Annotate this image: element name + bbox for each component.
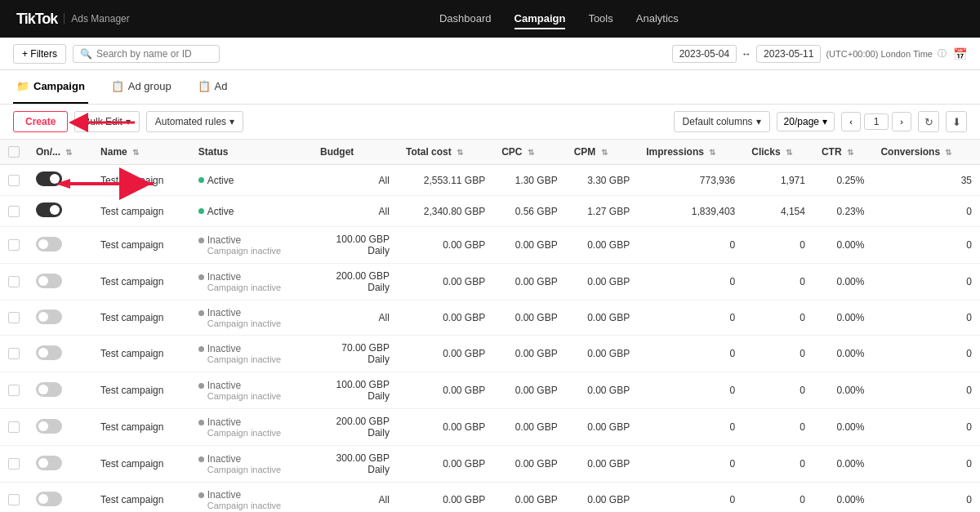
- toggle-2[interactable]: [36, 237, 62, 252]
- th-select-all[interactable]: [0, 140, 28, 165]
- cell-total-cost-6: 0.00 GBP: [398, 372, 493, 409]
- toggle-5[interactable]: [36, 345, 62, 360]
- per-page-label: 20/page: [784, 116, 819, 127]
- cell-checkbox-4[interactable]: [0, 301, 28, 336]
- cell-toggle-7[interactable]: [28, 409, 92, 446]
- cell-impressions-8: 0: [638, 446, 743, 483]
- th-on-off[interactable]: On/... ⇅: [28, 140, 92, 165]
- cell-toggle-8[interactable]: [28, 446, 92, 483]
- cell-impressions-5: 0: [638, 336, 743, 372]
- cell-toggle-9[interactable]: [28, 483, 92, 513]
- cell-ctr-5: 0.00%: [813, 336, 873, 372]
- search-box[interactable]: 🔍: [73, 45, 220, 63]
- search-input[interactable]: [96, 48, 212, 60]
- cell-checkbox-0[interactable]: [0, 165, 28, 196]
- cell-checkbox-6[interactable]: [0, 372, 28, 409]
- nav-dashboard[interactable]: Dashboard: [439, 9, 492, 29]
- cell-conversions-2: 0: [872, 227, 980, 264]
- ad-tab-icon: 📋: [198, 80, 211, 92]
- toggle-1[interactable]: [36, 203, 62, 217]
- nav-tools[interactable]: Tools: [588, 9, 612, 29]
- select-all-checkbox[interactable]: [8, 146, 20, 158]
- toggle-3[interactable]: [36, 274, 62, 288]
- export-button[interactable]: ⬇: [946, 111, 967, 132]
- refresh-button[interactable]: ↻: [918, 111, 939, 132]
- cell-budget-8: 300.00 GBPDaily: [312, 446, 398, 483]
- toolbar-right: Default columns ▾ 20/page ▾ ‹ 1 › ↻ ⬇: [674, 111, 967, 132]
- nav-campaign[interactable]: Campaign: [514, 9, 566, 29]
- cell-clicks-1: 4,154: [743, 196, 813, 227]
- cell-checkbox-2[interactable]: [0, 227, 28, 264]
- next-page-button[interactable]: ›: [892, 112, 911, 131]
- cell-clicks-2: 0: [743, 227, 813, 264]
- th-name[interactable]: Name ⇅: [92, 140, 190, 165]
- bulk-edit-button[interactable]: Bulk Edit ▾: [74, 111, 139, 132]
- cell-checkbox-3[interactable]: [0, 264, 28, 301]
- toggle-6[interactable]: [36, 382, 62, 397]
- automated-rules-button[interactable]: Automated rules ▾: [146, 111, 243, 132]
- th-total-cost[interactable]: Total cost ⇅: [398, 140, 493, 165]
- cell-checkbox-8[interactable]: [0, 446, 28, 483]
- th-cpc[interactable]: CPC ⇅: [493, 140, 566, 165]
- cell-name-4: Test campaign: [92, 301, 190, 336]
- cell-cpm-7: 0.00 GBP: [566, 409, 639, 446]
- cell-checkbox-9[interactable]: [0, 483, 28, 513]
- cell-toggle-0[interactable]: [28, 165, 92, 196]
- tab-ad[interactable]: 📋 Ad: [194, 70, 231, 104]
- cell-clicks-9: 0: [743, 483, 813, 513]
- cell-total-cost-1: 2,340.80 GBP: [398, 196, 493, 227]
- cell-status-9: Inactive Campaign inactive: [190, 483, 312, 513]
- create-button[interactable]: Create: [13, 111, 68, 132]
- filters-button[interactable]: + Filters: [13, 44, 66, 64]
- cell-impressions-2: 0: [638, 227, 743, 264]
- cell-toggle-4[interactable]: [28, 301, 92, 336]
- cell-checkbox-1[interactable]: [0, 196, 28, 227]
- bulk-edit-label: Bulk Edit: [83, 116, 122, 127]
- cell-cpc-6: 0.00 GBP: [493, 372, 566, 409]
- prev-page-button[interactable]: ‹: [841, 112, 861, 131]
- cell-status-6: Inactive Campaign inactive: [190, 372, 312, 409]
- th-clicks[interactable]: Clicks ⇅: [743, 140, 813, 165]
- timezone-label: (UTC+00:00) London Time: [826, 49, 933, 59]
- cell-toggle-2[interactable]: [28, 227, 92, 264]
- cell-conversions-8: 0: [872, 446, 980, 483]
- th-conversions[interactable]: Conversions ⇅: [872, 140, 980, 165]
- adgroup-tab-icon: 📋: [111, 80, 124, 92]
- tab-campaign[interactable]: 📁 Campaign: [13, 70, 88, 104]
- automated-rules-chevron: ▾: [229, 116, 234, 127]
- toggle-4[interactable]: [36, 309, 62, 324]
- cell-status-0: Active: [190, 165, 312, 196]
- calendar-icon[interactable]: 📅: [953, 47, 967, 60]
- cell-cpc-7: 0.00 GBP: [493, 409, 566, 446]
- cell-checkbox-7[interactable]: [0, 409, 28, 446]
- table-row: Test campaign Inactive Campaign inactive…: [0, 336, 980, 372]
- th-impressions[interactable]: Impressions ⇅: [638, 140, 743, 165]
- toggle-8[interactable]: [36, 456, 62, 470]
- table-row: Test campaign Inactive Campaign inactive…: [0, 301, 980, 336]
- cell-cpc-4: 0.00 GBP: [493, 301, 566, 336]
- th-ctr[interactable]: CTR ⇅: [813, 140, 873, 165]
- nav-analytics[interactable]: Analytics: [636, 9, 679, 29]
- tiktok-wordmark: TikTok: [16, 11, 57, 28]
- th-budget[interactable]: Budget: [312, 140, 398, 165]
- date-from[interactable]: 2023-05-04: [672, 45, 737, 63]
- cell-toggle-1[interactable]: [28, 196, 92, 227]
- cell-toggle-5[interactable]: [28, 336, 92, 372]
- toggle-9[interactable]: [36, 492, 62, 506]
- cell-toggle-6[interactable]: [28, 372, 92, 409]
- cell-impressions-9: 0: [638, 483, 743, 513]
- th-cpm[interactable]: CPM ⇅: [566, 140, 639, 165]
- date-separator: ↔: [742, 48, 751, 60]
- cell-toggle-3[interactable]: [28, 264, 92, 301]
- th-status[interactable]: Status: [190, 140, 312, 165]
- columns-chevron: ▾: [756, 116, 761, 127]
- date-to[interactable]: 2023-05-11: [756, 45, 821, 63]
- campaign-tab-icon: 📁: [16, 80, 29, 92]
- toggle-0[interactable]: [36, 171, 62, 186]
- per-page-select[interactable]: 20/page ▾: [777, 112, 835, 131]
- tab-ad-group[interactable]: 📋 Ad group: [108, 70, 175, 104]
- table-row: Test campaign Inactive Campaign inactive…: [0, 264, 980, 301]
- default-columns-button[interactable]: Default columns ▾: [674, 111, 770, 132]
- cell-checkbox-5[interactable]: [0, 336, 28, 372]
- toggle-7[interactable]: [36, 419, 62, 434]
